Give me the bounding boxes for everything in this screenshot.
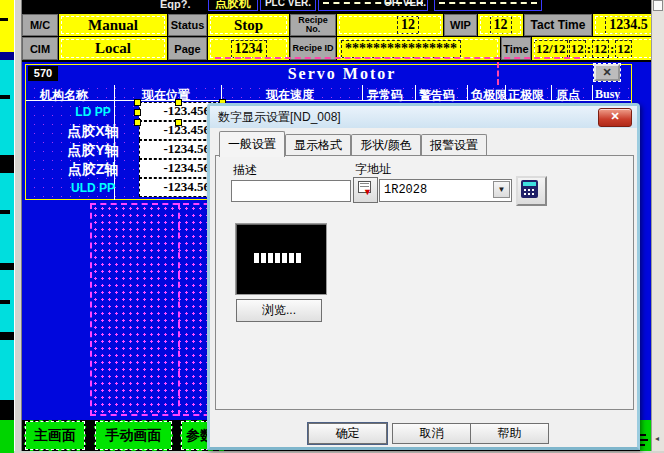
keypad-button[interactable] — [516, 176, 547, 206]
column-separator-line — [505, 85, 506, 100]
op-ver-field — [434, 0, 542, 11]
op-ver-dashes — [439, 2, 537, 4]
strip-green-block — [0, 420, 14, 453]
word-address-value: 1R2028 — [384, 183, 427, 197]
tab-shape-color[interactable]: 形状/颜色 — [351, 134, 421, 156]
row-name: 点胶X轴 — [50, 123, 136, 141]
word-address-label: 字地址 — [355, 161, 391, 178]
strip-mark — [0, 300, 10, 304]
col-header-name: 机构名称 — [40, 87, 88, 104]
tab-page-general: 描述 字地址 ▼ 1R2028 ▼ — [215, 155, 634, 410]
strip-cyan-block — [0, 60, 14, 155]
row-name: 点胶Z轴 — [50, 161, 136, 179]
tab-general[interactable]: 一般设置 — [219, 131, 285, 157]
editor-window-left-frame — [14, 0, 22, 453]
screen-close-button[interactable]: ✕ — [594, 64, 620, 81]
row-name: ULD PP — [50, 181, 136, 195]
page-value: 1234 — [231, 40, 267, 58]
recipe-no-display[interactable]: 12 — [337, 14, 443, 36]
tab-alarm[interactable]: 报警设置 — [421, 134, 487, 156]
browse-button[interactable]: 浏览... — [236, 299, 322, 322]
cancel-button[interactable]: 取消 — [392, 423, 471, 444]
recipe-id-value: **************** — [341, 40, 461, 58]
mc-label: M/C — [22, 14, 58, 36]
screen-title: Servo Motor — [277, 65, 407, 83]
strip-yellow-block — [0, 0, 14, 52]
description-label: 描述 — [233, 162, 257, 179]
strip-mark — [0, 210, 10, 214]
scrollbar-arrow-icon[interactable]: ◂ — [655, 434, 659, 443]
cim-mode-display[interactable]: Local — [59, 37, 167, 60]
wip-value: 12 — [490, 16, 512, 34]
mc-mode-display[interactable]: Manual — [59, 14, 167, 36]
time-minutes: 12 — [592, 40, 609, 58]
column-separator-line — [415, 85, 416, 100]
selected-region-divider — [178, 203, 180, 416]
column-separator-line — [551, 85, 552, 100]
col-header-speed: 现在速度 — [266, 87, 314, 104]
top-status-strip: Eqp?. 点胶机 PLC VER. OP. VER. — [22, 0, 651, 13]
red-arrow-icon: ▼ — [363, 187, 372, 197]
ok-button[interactable]: 确定 — [308, 423, 387, 444]
recipe-no-value: 12 — [397, 16, 419, 34]
strip-cyan-block — [0, 340, 14, 400]
row-name: LD PP — [50, 105, 136, 119]
status-label: Status — [168, 14, 207, 36]
strip-black-block — [0, 155, 14, 173]
time-seconds: 12 — [615, 40, 632, 58]
header-separator-line — [26, 100, 631, 101]
dialog-title: 数字显示设置[ND_008] — [218, 109, 341, 126]
col-header-warning: 警告码 — [419, 87, 455, 104]
keypad-icon — [521, 180, 538, 198]
tab-display-format[interactable]: 显示格式 — [285, 134, 351, 156]
word-address-combo[interactable]: 1R2028 ▼ — [379, 179, 512, 202]
strip-black-line — [0, 263, 14, 270]
strip-mark — [0, 95, 10, 99]
scrollbar-strip[interactable]: ◂ — [651, 0, 664, 453]
help-button[interactable]: 帮助 — [470, 423, 549, 444]
wip-label: WIP — [444, 14, 477, 36]
nav-main-screen-button[interactable]: 主画面 — [24, 420, 86, 451]
plc-ver-label: PLC VER. — [260, 0, 316, 11]
cim-label: CIM — [22, 37, 58, 60]
strip-navy-line — [0, 52, 14, 60]
nd008-settings-dialog: 数字显示设置[ND_008] ✕ 一般设置 显示格式 形状/颜色 报警设置 描述… — [207, 103, 640, 450]
op-ver-label: OP. VER. — [384, 0, 426, 8]
wip-display[interactable]: 12 — [478, 14, 523, 36]
screenshot-root: Eqp?. 点胶机 PLC VER. OP. VER. M/C Manual S… — [0, 0, 664, 453]
dialog-close-button[interactable]: ✕ — [598, 108, 632, 127]
column-separator-line — [221, 85, 222, 100]
screen-number-badge: 570 — [28, 66, 58, 81]
scrollbar-thumb[interactable] — [653, 0, 663, 11]
col-header-pos-limit: 正极限 — [508, 87, 544, 104]
column-separator-line — [467, 85, 468, 100]
status-display[interactable]: Stop — [208, 14, 289, 36]
guide-line-vertical — [497, 62, 499, 85]
nav-button-sliver — [640, 420, 651, 451]
col-header-neg-limit: 负极限 — [471, 87, 507, 104]
object-preview — [235, 223, 327, 295]
dropdown-arrow-icon[interactable]: ▼ — [493, 181, 510, 198]
machine-name: 点胶机 — [208, 0, 258, 11]
col-header-origin: 原点 — [556, 87, 580, 104]
description-input[interactable] — [231, 180, 351, 202]
column-separator-line — [592, 85, 593, 100]
strip-black-line — [0, 332, 14, 340]
col-header-error: 异常码 — [367, 87, 403, 104]
selected-region[interactable] — [90, 203, 220, 416]
guide-line-horizontal — [215, 57, 580, 59]
row-name: 点胶Y轴 — [50, 142, 136, 160]
recipe-no-label: Recipe No. — [290, 14, 336, 36]
time-date: 12/12 — [534, 40, 568, 58]
tact-time-value: 1234.5 — [605, 16, 652, 34]
time-hours: 12 — [569, 40, 586, 58]
tact-time-label: Tact Time — [524, 14, 592, 36]
dialog-titlebar[interactable]: 数字显示设置[ND_008] — [210, 106, 637, 128]
nav-manual-screen-button[interactable]: 手动画面 — [94, 420, 173, 451]
strip-cyan-block — [0, 173, 14, 263]
address-picker-button[interactable]: ▼ — [353, 177, 378, 203]
strip-mark — [0, 18, 8, 21]
eqp-label: Eqp?. — [160, 0, 191, 10]
preview-digits — [254, 253, 302, 263]
column-separator-line — [362, 85, 363, 100]
